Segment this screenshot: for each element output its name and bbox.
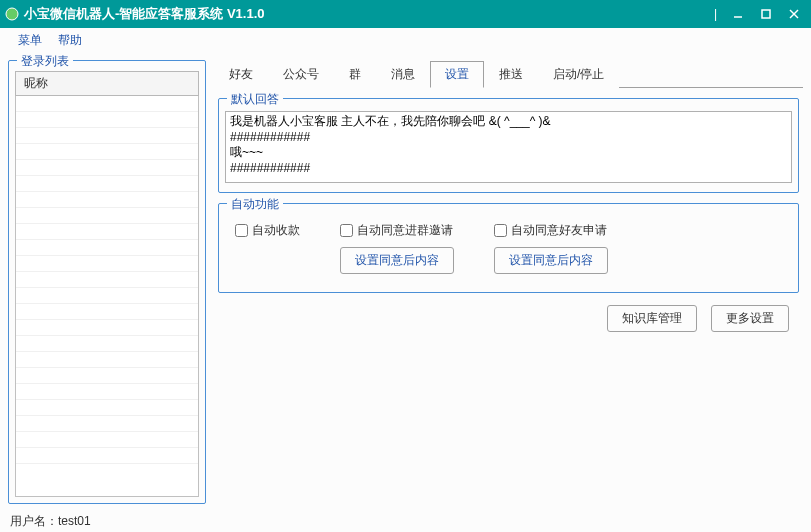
app-icon xyxy=(4,6,20,22)
list-row xyxy=(16,336,198,352)
window-title: 小宝微信机器人-智能应答客服系统 V1.1.0 xyxy=(24,5,714,23)
list-row xyxy=(16,352,198,368)
auto-collect-checkbox[interactable] xyxy=(235,224,248,237)
list-row xyxy=(16,128,198,144)
auto-function-fieldset: 自动功能 自动收款 自动同意进群邀请 xyxy=(218,203,799,293)
default-reply-fieldset: 默认回答 xyxy=(218,98,799,193)
kb-manage-button[interactable]: 知识库管理 xyxy=(607,305,697,332)
list-column-header[interactable]: 昵称 xyxy=(15,71,199,96)
auto-collect-col: 自动收款 xyxy=(235,222,300,239)
auto-friend-request-checkbox[interactable] xyxy=(494,224,507,237)
list-row xyxy=(16,432,198,448)
list-row xyxy=(16,240,198,256)
auto-function-row: 自动收款 自动同意进群邀请 设置同意后内容 xyxy=(225,216,792,286)
list-row xyxy=(16,368,198,384)
list-row xyxy=(16,288,198,304)
list-row xyxy=(16,192,198,208)
svg-rect-2 xyxy=(762,10,770,18)
tab-push[interactable]: 推送 xyxy=(484,61,538,88)
tab-content-settings: 默认回答 自动功能 自动收款 xyxy=(214,88,803,504)
svg-point-0 xyxy=(6,8,18,20)
auto-collect-label: 自动收款 xyxy=(252,222,300,239)
list-row xyxy=(16,112,198,128)
list-row xyxy=(16,144,198,160)
list-row xyxy=(16,96,198,112)
list-row xyxy=(16,400,198,416)
list-row xyxy=(16,448,198,464)
auto-friend-request-label: 自动同意好友申请 xyxy=(511,222,607,239)
login-list-fieldset: 登录列表 昵称 xyxy=(8,60,206,504)
list-row xyxy=(16,384,198,400)
statusbar: 用户名：test01 xyxy=(0,510,811,532)
login-list-body[interactable] xyxy=(15,96,199,497)
content-area: 登录列表 昵称 xyxy=(0,54,811,510)
minimize-button[interactable] xyxy=(725,4,751,24)
list-row xyxy=(16,256,198,272)
menu-item-help[interactable]: 帮助 xyxy=(50,28,90,53)
list-row xyxy=(16,416,198,432)
more-settings-button[interactable]: 更多设置 xyxy=(711,305,789,332)
right-panel: 好友 公众号 群 消息 设置 推送 启动/停止 默认回答 自动功能 xyxy=(214,60,803,504)
user-label: 用户名： xyxy=(10,514,58,528)
set-friend-content-button[interactable]: 设置同意后内容 xyxy=(494,247,608,274)
left-panel: 登录列表 昵称 xyxy=(8,60,206,504)
bottom-buttons: 知识库管理 更多设置 xyxy=(218,293,789,332)
list-row xyxy=(16,320,198,336)
auto-function-legend: 自动功能 xyxy=(227,196,283,213)
list-row xyxy=(16,176,198,192)
list-row xyxy=(16,224,198,240)
login-list-legend: 登录列表 xyxy=(17,53,73,70)
auto-group-invite-checkbox[interactable] xyxy=(340,224,353,237)
tab-group[interactable]: 群 xyxy=(334,61,376,88)
auto-group-invite-label: 自动同意进群邀请 xyxy=(357,222,453,239)
separator-icon: | xyxy=(714,7,717,21)
list-row xyxy=(16,304,198,320)
auto-group-col: 自动同意进群邀请 设置同意后内容 xyxy=(340,222,454,274)
list-row xyxy=(16,160,198,176)
tab-startstop[interactable]: 启动/停止 xyxy=(538,61,619,88)
list-row xyxy=(16,208,198,224)
close-button[interactable] xyxy=(781,4,807,24)
default-reply-legend: 默认回答 xyxy=(227,91,283,108)
tabs: 好友 公众号 群 消息 设置 推送 启动/停止 xyxy=(214,60,803,88)
menu-item-menu[interactable]: 菜单 xyxy=(10,28,50,53)
tab-settings[interactable]: 设置 xyxy=(430,61,484,88)
tab-message[interactable]: 消息 xyxy=(376,61,430,88)
window-controls: | xyxy=(714,4,807,24)
tab-public[interactable]: 公众号 xyxy=(268,61,334,88)
default-reply-textarea[interactable] xyxy=(225,111,792,183)
titlebar: 小宝微信机器人-智能应答客服系统 V1.1.0 | xyxy=(0,0,811,28)
maximize-button[interactable] xyxy=(753,4,779,24)
menubar: 菜单 帮助 xyxy=(0,28,811,54)
tab-friends[interactable]: 好友 xyxy=(214,61,268,88)
list-row xyxy=(16,272,198,288)
user-name: test01 xyxy=(58,514,91,528)
app-window: 小宝微信机器人-智能应答客服系统 V1.1.0 | 菜单 帮助 登录列表 昵称 xyxy=(0,0,811,532)
set-group-content-button[interactable]: 设置同意后内容 xyxy=(340,247,454,274)
auto-friend-col: 自动同意好友申请 设置同意后内容 xyxy=(494,222,608,274)
